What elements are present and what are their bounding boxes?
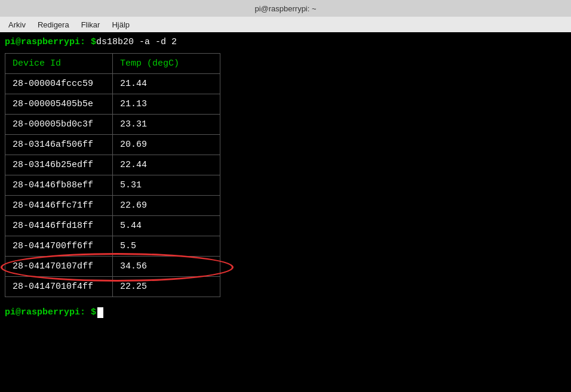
menu-redigera[interactable]: Redigera (33, 19, 74, 30)
device-id-cell: 28-03146af506ff (5, 135, 113, 155)
temp-cell: 22.69 (113, 196, 220, 216)
table-row: 28-04146ffd18ff5.44 (5, 216, 220, 236)
prompt2-symbol (85, 306, 91, 319)
temp-cell: 21.44 (113, 74, 220, 94)
temp-cell: 20.69 (113, 135, 220, 155)
table-row: 28-04146fb88eff5.31 (5, 175, 220, 196)
device-id-cell: 28-000005405b5e (5, 94, 113, 115)
table-row: 28-0414700ff6ff5.5 (5, 236, 220, 257)
prompt-symbol (85, 36, 91, 48)
menu-hjalp[interactable]: Hjälp (107, 19, 134, 30)
temp-cell: 5.5 (113, 236, 220, 257)
prompt-user: pi@raspberrypi: (5, 36, 85, 48)
menu-arkiv[interactable]: Arkiv (4, 19, 30, 30)
device-id-cell: 28-04146ffd18ff (5, 216, 113, 236)
temp-cell: 5.31 (113, 175, 220, 196)
device-id-cell: 28-000005bd0c3f (5, 115, 113, 135)
table-row: 28-000005405b5e21.13 (5, 94, 220, 115)
table-row: 28-041470107dff34.56 (5, 257, 220, 277)
table-row: 28-000004fccc5921.44 (5, 74, 220, 94)
command-text: ds18b20 -a -d 2 (96, 36, 177, 48)
table-row: 28-000005bd0c3f23.31 (5, 115, 220, 135)
col-device-id: Device Id (5, 54, 113, 74)
title-bar: pi@raspberrypi: ~ (0, 0, 571, 17)
prompt-dollar: $ (91, 36, 96, 48)
sensor-table: Device Id Temp (degC) 28-000004fccc5921.… (5, 53, 220, 297)
prompt2-user: pi@raspberrypi: (5, 306, 85, 319)
menu-bar: Arkiv Redigera Flikar Hjälp (0, 17, 571, 32)
terminal: pi@raspberrypi: $ ds18b20 -a -d 2 Device… (0, 32, 571, 392)
device-id-cell: 28-000004fccc59 (5, 74, 113, 94)
title-text: pi@raspberrypi: ~ (254, 4, 316, 13)
table-row: 28-03146af506ff20.69 (5, 135, 220, 155)
col-temp: Temp (degC) (113, 54, 220, 74)
table-row: 28-04147010f4ff22.25 (5, 277, 220, 297)
temp-cell: 23.31 (113, 115, 220, 135)
prompt2-dollar: $ (91, 306, 96, 319)
command-line: pi@raspberrypi: $ ds18b20 -a -d 2 (5, 36, 566, 48)
menu-flikar[interactable]: Flikar (76, 19, 105, 30)
temp-cell: 34.56 (113, 257, 220, 277)
table-row: 28-03146b25edff22.44 (5, 155, 220, 175)
device-id-cell: 28-0414700ff6ff (5, 236, 113, 257)
table-header-row: Device Id Temp (degC) (5, 54, 220, 74)
temp-cell: 22.44 (113, 155, 220, 175)
temp-cell: 22.25 (113, 277, 220, 297)
cursor (97, 307, 103, 318)
device-id-cell: 28-04146fb88eff (5, 175, 113, 196)
prompt-line-2: pi@raspberrypi: $ (5, 306, 566, 319)
device-id-cell: 28-04147010f4ff (5, 277, 113, 297)
temp-cell: 5.44 (113, 216, 220, 236)
device-id-cell: 28-04146ffc71ff (5, 196, 113, 216)
device-id-cell: 28-041470107dff (5, 257, 113, 277)
device-id-cell: 28-03146b25edff (5, 155, 113, 175)
temp-cell: 21.13 (113, 94, 220, 115)
table-row: 28-04146ffc71ff22.69 (5, 196, 220, 216)
